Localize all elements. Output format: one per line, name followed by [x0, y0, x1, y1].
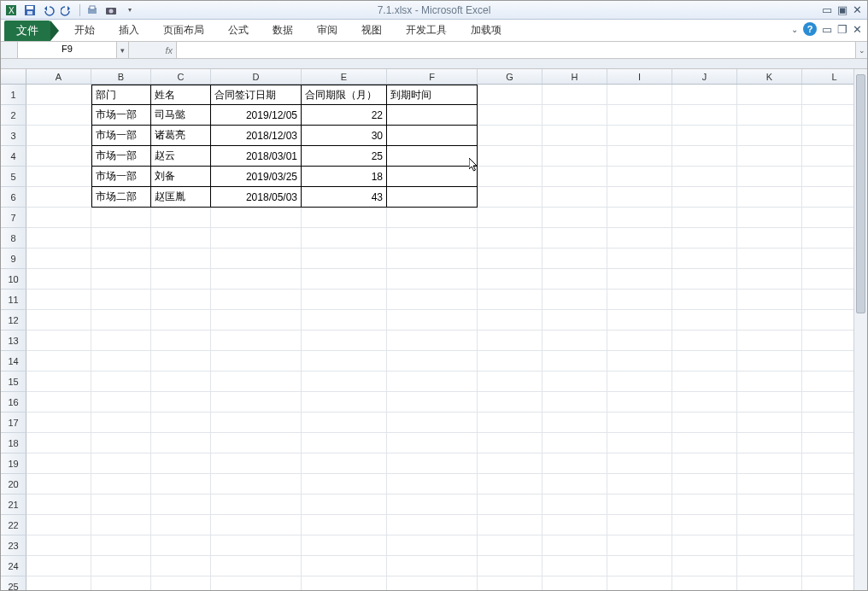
cell-E4[interactable]: 25	[302, 146, 387, 167]
cell-C20[interactable]	[151, 474, 211, 494]
cell-E24[interactable]	[302, 556, 387, 576]
cell-I14[interactable]	[607, 351, 672, 372]
cell-J18[interactable]	[672, 433, 737, 453]
row-header-14[interactable]: 14	[1, 351, 26, 372]
row-header-16[interactable]: 16	[1, 392, 26, 413]
cell-I3[interactable]	[607, 126, 672, 146]
cell-A1[interactable]	[26, 85, 91, 105]
cell-K24[interactable]	[737, 556, 802, 576]
cell-A6[interactable]	[26, 187, 91, 208]
cell-I13[interactable]	[607, 331, 672, 351]
cell-G1[interactable]	[478, 85, 542, 105]
cell-F8[interactable]	[387, 228, 478, 249]
cell-B16[interactable]	[91, 392, 151, 413]
cell-E11[interactable]	[302, 290, 387, 310]
cell-H15[interactable]	[542, 372, 607, 392]
cell-A22[interactable]	[26, 515, 91, 535]
cell-A18[interactable]	[26, 433, 91, 453]
row-header-17[interactable]: 17	[1, 413, 26, 433]
formula-input[interactable]	[177, 42, 855, 58]
cell-J5[interactable]	[672, 167, 737, 187]
cell-A10[interactable]	[26, 269, 91, 290]
cell-C6[interactable]: 赵匡胤	[151, 187, 211, 208]
cell-H6[interactable]	[542, 187, 607, 208]
cell-B5[interactable]: 市场一部	[91, 167, 151, 187]
cell-D19[interactable]	[211, 453, 302, 474]
cell-G24[interactable]	[478, 556, 542, 576]
cell-I5[interactable]	[607, 167, 672, 187]
cell-F15[interactable]	[387, 372, 478, 392]
cell-F16[interactable]	[387, 392, 478, 413]
col-header-G[interactable]: G	[478, 69, 542, 84]
cell-B15[interactable]	[91, 372, 151, 392]
cell-B13[interactable]	[91, 331, 151, 351]
cell-F13[interactable]	[387, 331, 478, 351]
cell-J20[interactable]	[672, 474, 737, 494]
cell-E25[interactable]	[302, 576, 387, 590]
cell-E13[interactable]	[302, 331, 387, 351]
cell-K3[interactable]	[737, 126, 802, 146]
col-header-C[interactable]: C	[151, 69, 211, 84]
cell-K11[interactable]	[737, 290, 802, 310]
col-header-A[interactable]: A	[26, 69, 91, 84]
cell-G11[interactable]	[478, 290, 542, 310]
cell-I22[interactable]	[607, 515, 672, 535]
print-preview-icon[interactable]	[85, 3, 99, 17]
cell-J19[interactable]	[672, 453, 737, 474]
cell-B8[interactable]	[91, 228, 151, 249]
cell-A13[interactable]	[26, 331, 91, 351]
cell-D20[interactable]	[211, 474, 302, 494]
cell-F17[interactable]	[387, 413, 478, 433]
cell-H20[interactable]	[542, 474, 607, 494]
cells-grid[interactable]: 1部门姓名合同签订日期合同期限（月）到期时间2市场一部司马懿2019/12/05…	[1, 85, 867, 590]
cell-E9[interactable]	[302, 249, 387, 269]
cell-C10[interactable]	[151, 269, 211, 290]
cell-D23[interactable]	[211, 535, 302, 556]
save-icon[interactable]	[23, 3, 37, 17]
cell-H22[interactable]	[542, 515, 607, 535]
row-header-24[interactable]: 24	[1, 556, 26, 576]
cell-K12[interactable]	[737, 310, 802, 331]
cell-A17[interactable]	[26, 413, 91, 433]
cell-C3[interactable]: 诸葛亮	[151, 126, 211, 146]
cell-K4[interactable]	[737, 146, 802, 167]
select-all-corner[interactable]	[1, 69, 26, 84]
cell-J10[interactable]	[672, 269, 737, 290]
cell-J21[interactable]	[672, 494, 737, 515]
row-header-4[interactable]: 4	[1, 146, 26, 167]
cell-J23[interactable]	[672, 535, 737, 556]
col-header-K[interactable]: K	[737, 69, 802, 84]
cell-A19[interactable]	[26, 453, 91, 474]
cell-D3[interactable]: 2018/12/03	[211, 126, 302, 146]
cell-F20[interactable]	[387, 474, 478, 494]
cell-I11[interactable]	[607, 290, 672, 310]
tab-view[interactable]: 视图	[349, 20, 394, 41]
cell-D18[interactable]	[211, 433, 302, 453]
cell-H19[interactable]	[542, 453, 607, 474]
tab-review[interactable]: 审阅	[305, 20, 349, 41]
cell-E7[interactable]	[302, 208, 387, 228]
cell-C5[interactable]: 刘备	[151, 167, 211, 187]
col-header-I[interactable]: I	[607, 69, 672, 84]
excel-icon[interactable]: X	[4, 3, 18, 17]
name-box-dropdown-icon[interactable]: ▾	[116, 42, 128, 58]
cell-F23[interactable]	[387, 535, 478, 556]
cell-C1[interactable]: 姓名	[151, 85, 211, 105]
cell-G20[interactable]	[478, 474, 542, 494]
cell-F25[interactable]	[387, 576, 478, 590]
cell-A4[interactable]	[26, 146, 91, 167]
cell-A7[interactable]	[26, 208, 91, 228]
cell-A5[interactable]	[26, 167, 91, 187]
cell-D14[interactable]	[211, 351, 302, 372]
cell-C9[interactable]	[151, 249, 211, 269]
cell-I4[interactable]	[607, 146, 672, 167]
cell-A3[interactable]	[26, 126, 91, 146]
cell-C4[interactable]: 赵云	[151, 146, 211, 167]
col-header-B[interactable]: B	[91, 69, 151, 84]
cell-C19[interactable]	[151, 453, 211, 474]
cell-I23[interactable]	[607, 535, 672, 556]
cell-H25[interactable]	[542, 576, 607, 590]
workbook-restore-icon[interactable]: ❐	[837, 23, 847, 36]
cell-E2[interactable]: 22	[302, 105, 387, 126]
cell-C8[interactable]	[151, 228, 211, 249]
